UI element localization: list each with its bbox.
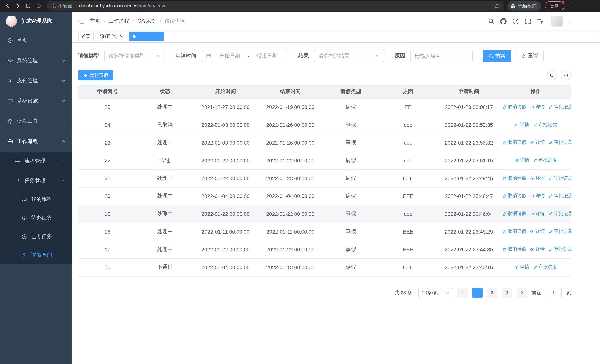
cell-end-time: 2022-01-22 00:00:00 — [258, 241, 323, 258]
row-action-detail[interactable]: 详情 — [530, 246, 545, 253]
sidebar-item-home[interactable]: 首页 — [0, 30, 72, 51]
date-range-picker[interactable]: 开始日期 - 结束日期 — [202, 50, 288, 62]
row-action-label: 详情 — [520, 157, 529, 164]
sidebar-item-process-management[interactable]: 流程管理 — [0, 152, 72, 171]
close-icon[interactable]: × — [120, 34, 123, 38]
cell-actions: 详情审批进度 — [500, 152, 571, 169]
row-action-progress[interactable]: 审批进度 — [548, 211, 571, 217]
gear-icon — [7, 58, 13, 64]
browser-back-icon[interactable] — [2, 1, 13, 11]
row-action-progress[interactable]: 审批进度 — [533, 264, 557, 271]
close-icon[interactable]: × — [157, 34, 160, 38]
sidebar-item-payment-management[interactable]: 支付管理 — [0, 71, 72, 91]
sidebar-item-done-tasks[interactable]: 已办任务 — [0, 227, 72, 246]
row-action-detail[interactable]: 详情 — [530, 229, 545, 235]
browser-reload-icon[interactable] — [23, 1, 33, 11]
address-bar[interactable]: 不安全 dashboard.yudao.iocoder.cn/bpm/oa/le… — [47, 1, 504, 11]
chevron-down-icon[interactable] — [569, 20, 572, 24]
row-action-detail[interactable]: 详情 — [530, 211, 545, 217]
sidebar-item-dev-tools[interactable]: 研发工具 — [0, 111, 72, 131]
page-size-select[interactable]: 10条/页 — [418, 288, 453, 298]
row-action-cancel[interactable]: 取消请假 — [502, 193, 526, 199]
row-action-progress[interactable]: 审批进度 — [548, 140, 571, 146]
leave-type-select[interactable]: 请选择请假类型 — [104, 50, 165, 62]
next-page-button[interactable] — [517, 288, 527, 298]
create-leave-button[interactable]: 发起请假 — [78, 70, 113, 80]
row-action-progress[interactable]: 审批进度 — [533, 157, 557, 164]
row-action-detail[interactable]: 详情 — [530, 104, 545, 110]
sidebar-item-system-management[interactable]: 系统管理 — [0, 51, 72, 71]
user-icon — [21, 252, 27, 258]
browser-menu-icon[interactable] — [568, 3, 574, 9]
sidebar-item-task-management[interactable]: 任务管理 — [0, 171, 72, 190]
row-action-detail[interactable]: 详情 — [514, 264, 529, 271]
tab-home[interactable]: 首页 — [78, 31, 94, 41]
chevron-down-icon — [62, 99, 66, 103]
row-action-detail[interactable]: 详情 — [530, 193, 545, 199]
row-action-progress[interactable]: 审批进度 — [548, 193, 571, 199]
result-select[interactable]: 请选择流结果 — [314, 50, 384, 62]
chat-icon — [21, 197, 27, 202]
breadcrumb-item[interactable]: 首页 — [90, 18, 100, 24]
search-button[interactable]: 搜索 — [483, 50, 511, 62]
browser-home-icon[interactable] — [33, 1, 44, 11]
row-action-cancel[interactable]: 取消请假 — [502, 246, 526, 253]
delete-icon — [502, 229, 506, 234]
sidebar: 芋道管理系统 首页 系统管理 支付管理 — [0, 12, 72, 364]
breadcrumb-item[interactable]: OA 示例 — [138, 18, 157, 24]
row-action-progress[interactable]: 审批进度 — [548, 229, 571, 235]
sidebar-item-leave-query[interactable]: 请假查询 — [0, 246, 72, 264]
prev-page-button[interactable] — [457, 288, 468, 298]
row-action-cancel[interactable]: 取消请假 — [502, 140, 526, 146]
bookmark-star-icon[interactable] — [494, 3, 500, 9]
breadcrumb-item[interactable]: 工作流程 — [109, 18, 129, 24]
row-action-label: 取消请假 — [508, 104, 526, 110]
fullscreen-icon[interactable] — [525, 18, 531, 24]
security-warning-label: 不安全 — [58, 3, 72, 9]
app-logo[interactable]: 芋道管理系统 — [0, 12, 72, 30]
row-action-cancel[interactable]: 取消请假 — [502, 229, 526, 235]
cell-start-time: 2022-01-22 00:00:00 — [193, 241, 258, 258]
row-action-cancel[interactable]: 取消请假 — [502, 104, 526, 110]
sidebar-item-todo-tasks[interactable]: 待办任务 — [0, 209, 72, 227]
page-button-2[interactable]: 2 — [487, 288, 497, 298]
browser-update-button[interactable]: 更新 — [545, 1, 564, 10]
sidebar-item-workflow[interactable]: 工作流程 — [0, 131, 72, 152]
cell-reason: EEE — [379, 187, 437, 205]
row-action-detail[interactable]: 详情 — [530, 175, 545, 181]
help-icon[interactable] — [513, 18, 519, 24]
goto-page-input[interactable] — [545, 288, 562, 298]
tab-process-detail[interactable]: 流程详情× — [97, 31, 126, 41]
page-button-1[interactable]: 1 — [472, 288, 483, 298]
cell-end-time: 2022-01-04 00:00:00 — [258, 187, 323, 205]
row-action-cancel[interactable]: 取消请假 — [502, 211, 526, 217]
breadcrumb: 首页 / 工作流程 / OA 示例 / 请假查询 — [90, 18, 185, 24]
toggle-search-button[interactable] — [547, 70, 557, 80]
font-size-icon[interactable] — [537, 18, 543, 24]
search-icon[interactable] — [488, 18, 494, 24]
sidebar-item-infrastructure[interactable]: 基础设施 — [0, 91, 72, 111]
row-action-cancel[interactable]: 取消请假 — [502, 175, 526, 181]
sidebar-item-label: 待办任务 — [31, 215, 52, 221]
reason-input[interactable] — [410, 50, 472, 62]
row-action-detail[interactable]: 详情 — [514, 122, 529, 128]
row-action-progress[interactable]: 审批进度 — [548, 104, 571, 110]
sidebar-toggle-icon[interactable] — [72, 12, 90, 30]
refresh-table-button[interactable] — [561, 70, 571, 80]
row-action-detail[interactable]: 详情 — [530, 140, 545, 146]
github-icon[interactable] — [500, 18, 506, 24]
row-action-progress[interactable]: 审批进度 — [548, 246, 571, 253]
page-button-3[interactable]: 3 — [502, 288, 512, 298]
row-action-progress[interactable]: 审批进度 — [533, 122, 557, 128]
tab-leave-query[interactable]: 请假查询× — [129, 31, 164, 41]
row-action-progress[interactable]: 审批进度 — [548, 175, 571, 181]
url-host: dashboard.yudao.iocoder.cn — [79, 3, 137, 9]
reset-button[interactable]: 重置 — [516, 50, 544, 62]
row-action-detail[interactable]: 详情 — [514, 157, 529, 164]
sidebar-item-my-processes[interactable]: 我的流程 — [0, 190, 72, 209]
search-icon — [488, 54, 493, 58]
cell-apply-id: 23 — [78, 134, 137, 152]
user-avatar[interactable] — [552, 16, 562, 27]
edit-icon — [533, 123, 537, 127]
browser-forward-icon[interactable] — [13, 1, 23, 11]
